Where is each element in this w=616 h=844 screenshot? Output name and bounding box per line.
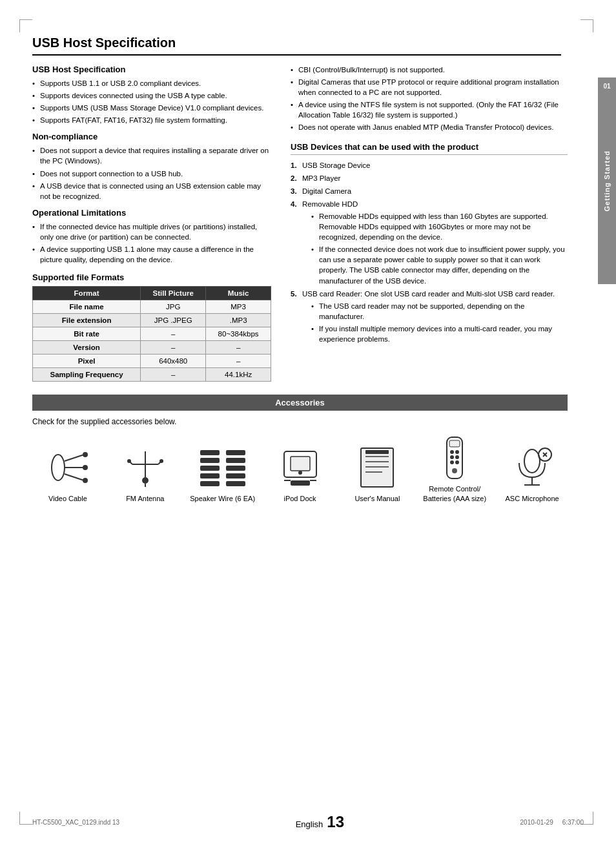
table-cell: Version xyxy=(33,341,141,355)
table-cell: – xyxy=(141,341,206,355)
table-row: Pixel640x480– xyxy=(33,355,271,368)
table-cell: MP3 xyxy=(206,300,271,314)
table-cell: JPG xyxy=(141,300,206,314)
svg-rect-20 xyxy=(226,450,245,455)
list-number: 3. xyxy=(291,186,297,196)
sub-bullet-list: Removable HDDs equipped with less than 1… xyxy=(302,211,568,286)
table-row: File nameJPGMP3 xyxy=(33,300,271,314)
table-header-cell: Music xyxy=(206,287,271,300)
list-item: If you install multiple memory devices i… xyxy=(311,324,568,344)
svg-line-1 xyxy=(65,455,84,461)
list-item: If the connected device has multiple dri… xyxy=(32,221,271,242)
two-col-layout: USB Host Specification Supports USB 1.1 … xyxy=(32,65,568,382)
table-body: File nameJPGMP3File extensionJPG .JPEG.M… xyxy=(33,300,271,382)
accessory-label: User's Manual xyxy=(354,494,400,503)
table-cell: 80~384kbps xyxy=(206,327,271,341)
list-text: Digital Camera xyxy=(302,187,351,195)
accessory-item: Speaker Wire (6 EA) xyxy=(187,445,258,503)
right-column: CBI (Control/Bulk/Interrupt) is not supp… xyxy=(291,65,568,382)
footer-date: 2010-01-29 6:37:00 xyxy=(520,819,584,826)
accessory-item: User's Manual xyxy=(342,445,413,503)
list-item: 2.MP3 Player xyxy=(291,173,568,183)
list-text: MP3 Player xyxy=(302,174,340,182)
english-label: English xyxy=(296,819,323,829)
svg-point-5 xyxy=(83,478,88,483)
side-tab-label: Getting Started xyxy=(603,150,611,211)
speaker-wire-icon xyxy=(197,445,249,490)
accessory-item: Remote Control/ Batteries (AAA size) xyxy=(419,435,490,503)
svg-point-3 xyxy=(83,452,88,457)
svg-rect-15 xyxy=(200,450,220,455)
asc-microphone-icon xyxy=(506,445,558,490)
accessory-label: iPod Dock xyxy=(283,494,316,503)
page-title: USB Host Specification xyxy=(32,36,561,56)
table-cell: Bit rate xyxy=(33,327,141,341)
accessories-header: Accessories xyxy=(32,395,568,411)
list-item: Supports USB 1.1 or USB 2.0 compliant de… xyxy=(32,78,271,88)
list-text: USB Storage Device xyxy=(302,161,370,169)
corner-mark-top-right xyxy=(580,19,593,32)
svg-point-9 xyxy=(142,477,149,484)
table-cell: – xyxy=(141,327,206,341)
list-item: Does not support connection to a USB hub… xyxy=(32,169,271,179)
footer-file: HT-C5500_XAC_0129.indd 13 xyxy=(32,819,119,826)
ipod-dock-icon xyxy=(274,445,326,490)
section-usb-devices-title: USB Devices that can be used with the pr… xyxy=(291,142,568,155)
accessory-label: Speaker Wire (6 EA) xyxy=(190,494,255,503)
list-item: Digital Cameras that use PTP protocol or… xyxy=(291,77,568,98)
list-item: A USB device that is connected using an … xyxy=(32,181,271,201)
list-number: 1. xyxy=(291,160,297,170)
table-row: Sampling Frequency–44.1kHz xyxy=(33,368,271,382)
list-item: 5.USB card Reader: One slot USB card rea… xyxy=(291,289,568,344)
svg-point-46 xyxy=(524,449,540,473)
accessories-subtitle: Check for the supplied accessories below… xyxy=(32,417,568,426)
corner-mark-top-left xyxy=(19,19,32,32)
right-top-bullets: CBI (Control/Bulk/Interrupt) is not supp… xyxy=(291,65,568,133)
list-item: If the connected device does not work du… xyxy=(311,244,568,285)
section-usb-host-title: USB Host Specification xyxy=(32,65,271,74)
page-number: 13 xyxy=(327,813,344,831)
section-oplimitations-list: If the connected device has multiple dri… xyxy=(32,221,271,265)
list-item: 4.Removable HDDRemovable HDDs equipped w… xyxy=(291,199,568,286)
svg-rect-24 xyxy=(226,481,245,486)
svg-rect-16 xyxy=(200,458,220,463)
fm-antenna-icon xyxy=(119,445,171,490)
page-wrapper: 01 Getting Started USB Host Specificatio… xyxy=(0,0,616,844)
svg-rect-38 xyxy=(449,440,460,447)
table-cell: File extension xyxy=(33,314,141,327)
list-text: USB card Reader: One slot USB card reade… xyxy=(302,290,555,298)
table-cell: File name xyxy=(33,300,141,314)
accessory-label: FM Antenna xyxy=(126,494,164,503)
file-formats-section: Supported file Formats FormatStill Pictu… xyxy=(32,273,271,382)
list-item: 3.Digital Camera xyxy=(291,186,568,196)
svg-point-40 xyxy=(455,450,459,454)
list-item: Supports devices connected using the USB… xyxy=(32,90,271,101)
svg-rect-22 xyxy=(226,466,245,471)
table-header-row: FormatStill PictureMusic xyxy=(33,287,271,300)
accessory-label: Video Cable xyxy=(48,494,87,503)
main-content: USB Host Specification USB Host Specific… xyxy=(0,0,616,539)
sub-bullet-list: The USB card reader may not be supported… xyxy=(302,301,568,344)
accessory-item: FM Antenna xyxy=(110,445,181,503)
list-number: 2. xyxy=(291,173,297,183)
list-item: Does not operate with Janus enabled MTP … xyxy=(291,122,568,132)
svg-rect-18 xyxy=(200,473,220,479)
table-cell: JPG .JPEG xyxy=(141,314,206,327)
svg-rect-21 xyxy=(226,458,245,463)
list-text: Removable HDD xyxy=(302,200,358,208)
accessories-section: Accessories Check for the supplied acces… xyxy=(32,395,568,503)
video-cable-icon xyxy=(42,445,94,490)
page-number-area: English 13 xyxy=(296,813,344,831)
table-cell: – xyxy=(141,368,206,382)
section-noncompliance-title: Non-compliance xyxy=(32,132,271,141)
table-header-cell: Format xyxy=(33,287,141,300)
section-noncompliance-list: Does not support a device that requires … xyxy=(32,145,271,201)
list-item: Removable HDDs equipped with less than 1… xyxy=(311,211,568,242)
svg-point-0 xyxy=(52,455,65,480)
list-item: Does not support a device that requires … xyxy=(32,145,271,166)
list-number: 4. xyxy=(291,199,297,209)
table-header-cell: Still Picture xyxy=(141,287,206,300)
svg-rect-36 xyxy=(365,450,389,454)
accessory-item: iPod Dock xyxy=(265,445,336,503)
list-item: CBI (Control/Bulk/Interrupt) is not supp… xyxy=(291,65,568,75)
